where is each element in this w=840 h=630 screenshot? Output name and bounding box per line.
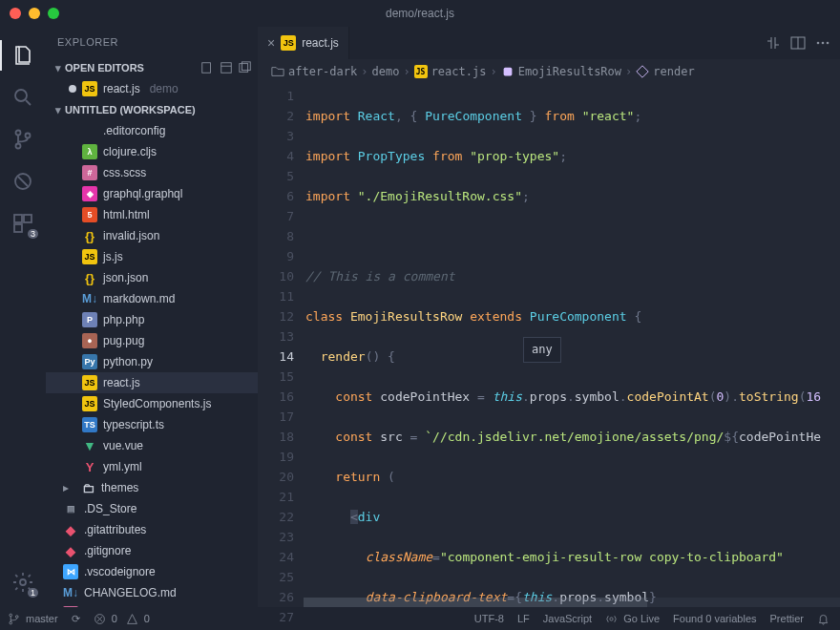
breadcrumb-item[interactable]: demo xyxy=(371,65,399,78)
activity-search[interactable] xyxy=(0,76,46,118)
svg-rect-6 xyxy=(24,215,32,222)
tree-file[interactable]: 5html.html xyxy=(46,204,258,225)
tree-file[interactable]: Pphp.php xyxy=(46,309,258,330)
open-editor-name: react.js xyxy=(103,82,140,95)
line-number: 26 xyxy=(258,587,294,607)
open-editors-label: OPEN EDITORS xyxy=(65,62,144,74)
file-name: yml.yml xyxy=(103,460,142,473)
tree-file[interactable]: JSStyledComponents.js xyxy=(46,393,258,414)
window-controls[interactable] xyxy=(10,8,59,19)
code-content[interactable]: import React, { PureComponent } from "re… xyxy=(304,84,840,607)
breadcrumb-item[interactable]: EmojiResultsRow xyxy=(518,65,621,78)
close-window-icon[interactable] xyxy=(10,8,21,19)
sidebar-title: EXPLORER xyxy=(46,27,258,57)
tree-folder[interactable]: ▸🗀themes xyxy=(46,477,258,498)
md-file-icon: M↓ xyxy=(63,585,78,600)
tree-file[interactable]: Yyml.yml xyxy=(46,456,258,477)
file-name: .vscodeignore xyxy=(84,565,156,578)
compare-icon[interactable] xyxy=(766,35,781,51)
tab-close-icon[interactable]: × xyxy=(267,35,275,51)
gql-file-icon: ◆ xyxy=(82,186,97,201)
status-debug[interactable]: Found 0 variables xyxy=(673,613,756,624)
code-editor[interactable]: 1234567891011121314151617181920212223242… xyxy=(258,84,840,607)
status-language[interactable]: JavaScript xyxy=(543,613,592,624)
workspace-section[interactable]: ▾ UNTITLED (WORKSPACE) xyxy=(46,99,258,120)
status-feedback[interactable] xyxy=(817,613,832,625)
line-number: 16 xyxy=(258,387,294,407)
svg-point-16 xyxy=(827,42,830,45)
activity-settings[interactable]: 1 xyxy=(0,561,46,603)
scrollbar-thumb[interactable] xyxy=(304,598,647,607)
folder-icon: 🗀 xyxy=(80,480,95,495)
file-tree: .editorconfigλclojure.cljs#css.scss◆grap… xyxy=(46,120,258,607)
svg-point-0 xyxy=(15,90,27,101)
activity-explorer[interactable] xyxy=(0,34,46,76)
tab-react[interactable]: × JS react.js xyxy=(258,27,349,59)
tree-file[interactable]: ▼vue.vue xyxy=(46,435,258,456)
close-all-icon[interactable] xyxy=(239,61,252,74)
tree-file[interactable]: {}invalid.json xyxy=(46,225,258,246)
bug-icon xyxy=(11,170,34,193)
activity-debug[interactable] xyxy=(0,160,46,202)
file-name: clojure.cljs xyxy=(103,145,157,158)
tree-file[interactable]: ◆.gitattributes xyxy=(46,519,258,540)
svg-point-15 xyxy=(822,42,825,45)
new-file-icon[interactable] xyxy=(200,61,214,74)
file-name: .gitattributes xyxy=(84,523,146,536)
tree-file[interactable]: ⋈.vscodeignore xyxy=(46,561,258,582)
breadcrumb-item[interactable]: after-dark xyxy=(288,65,357,78)
status-branch[interactable]: master xyxy=(8,613,58,625)
tree-file[interactable]: #color-variables.scss xyxy=(46,603,258,607)
status-prettier[interactable]: Prettier xyxy=(770,613,804,624)
minimize-window-icon[interactable] xyxy=(29,8,40,19)
line-number: 14 xyxy=(258,346,294,367)
file-name: .DS_Store xyxy=(84,502,136,515)
maximize-window-icon[interactable] xyxy=(48,8,59,19)
breadcrumb-item[interactable]: render xyxy=(653,65,694,78)
open-editor-item[interactable]: JS react.js demo xyxy=(46,78,258,99)
search-icon xyxy=(11,86,34,109)
status-sync[interactable]: ⟳ xyxy=(72,613,80,625)
activity-source-control[interactable] xyxy=(0,118,46,160)
open-editors-section[interactable]: ▾ OPEN EDITORS xyxy=(46,57,258,78)
more-icon[interactable] xyxy=(815,35,830,51)
js-file-icon: JS xyxy=(82,396,97,411)
breadcrumbs[interactable]: after-dark› demo› JS react.js› EmojiResu… xyxy=(258,59,840,84)
class-icon xyxy=(501,65,514,78)
breadcrumb-item[interactable]: react.js xyxy=(431,65,487,78)
js-file-icon: JS xyxy=(414,65,428,78)
md-file-icon: M↓ xyxy=(82,291,97,306)
workspace-label: UNTITLED (WORKSPACE) xyxy=(65,104,196,116)
tree-file[interactable]: JSjs.js xyxy=(46,246,258,267)
status-problems[interactable]: 0 0 xyxy=(94,613,150,625)
file-name: .gitignore xyxy=(84,544,131,557)
tree-file[interactable]: λclojure.cljs xyxy=(46,141,258,162)
tree-file[interactable]: ◆graphql.graphql xyxy=(46,183,258,204)
tree-file[interactable]: M↓CHANGELOG.md xyxy=(46,582,258,603)
yml-file-icon: Y xyxy=(82,459,97,474)
status-eol[interactable]: LF xyxy=(517,613,530,624)
line-number: 17 xyxy=(258,407,294,427)
activity-extensions[interactable]: 3 xyxy=(0,202,46,244)
tree-file[interactable]: {}json.json xyxy=(46,267,258,288)
tree-file[interactable]: ◆.gitignore xyxy=(46,540,258,561)
tree-file[interactable]: .editorconfig xyxy=(46,120,258,141)
tree-file[interactable]: #css.scss xyxy=(46,162,258,183)
line-number: 11 xyxy=(258,286,294,306)
tree-file[interactable]: TStypescript.ts xyxy=(46,414,258,435)
tree-file[interactable]: Pypython.py xyxy=(46,351,258,372)
py-file-icon: Py xyxy=(82,354,97,369)
php-file-icon: P xyxy=(82,312,97,327)
status-encoding[interactable]: UTF-8 xyxy=(474,613,504,624)
tree-file[interactable]: JSreact.js xyxy=(46,372,258,393)
status-golive[interactable]: Go Live xyxy=(605,613,660,625)
tree-file[interactable]: ▤.DS_Store xyxy=(46,498,258,519)
split-editor-icon[interactable] xyxy=(790,35,806,51)
sidebar: EXPLORER ▾ OPEN EDITORS JS react.js demo… xyxy=(46,27,258,607)
json-file-icon: {} xyxy=(82,228,97,243)
save-all-icon[interactable] xyxy=(220,61,233,74)
horizontal-scrollbar[interactable] xyxy=(304,598,840,607)
ts-file-icon: TS xyxy=(82,417,97,432)
tree-file[interactable]: ●pug.pug xyxy=(46,330,258,351)
tree-file[interactable]: M↓markdown.md xyxy=(46,288,258,309)
